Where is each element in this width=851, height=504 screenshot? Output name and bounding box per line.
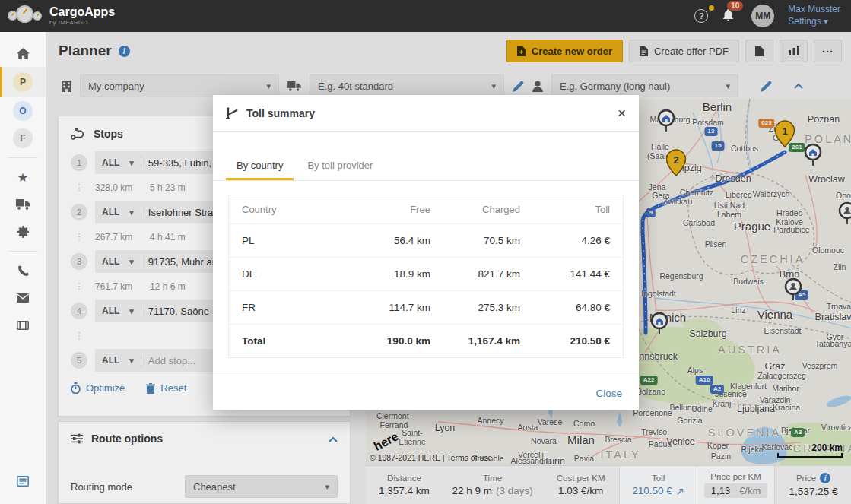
notification-dot [709,5,714,11]
toll-table: Country Free Charged Toll PL 56.4 km 70.… [228,195,624,358]
orders-workspace-badge: O [13,101,33,121]
tab-by-country[interactable]: By country [226,151,294,180]
panel-list-icon [17,476,29,487]
sidebar-item-favorites[interactable]: ★ [0,163,46,191]
sidebar-collapse-button[interactable] [0,468,46,495]
sidebar-item-home[interactable] [0,40,46,67]
home-icon [17,48,30,59]
user-menu[interactable]: Max Musster Settings ▾ [788,4,840,27]
brand-logo[interactable]: CargoApps by IMPARGO [8,4,115,28]
sidebar-divider [8,251,37,252]
sidebar-divider [8,157,37,158]
toll-summary-modal: Toll summary × By country By toll provid… [213,95,639,410]
gear-icon [17,226,29,238]
toll-table-row: PL 56.4 km 70.5 km 4.26 € [229,223,623,257]
toll-table-row: FR 114.7 km 275.3 km 64.80 € [229,290,623,324]
close-button[interactable]: Close [595,388,622,399]
sidebar-item-mail[interactable] [0,284,46,312]
truck-icon [16,199,30,210]
phone-icon [17,265,29,277]
brand-name: CargoApps [49,6,115,19]
sidebar: P O F ★ [0,32,46,504]
fleet-workspace-badge: F [13,128,33,148]
toll-tabs: By country By toll provider [213,151,639,181]
toll-barrier-icon [226,107,238,119]
user-name: Max Musster [788,4,840,16]
toll-table-total-row: Total 190.0 km 1,167.4 km 210.50 € [229,324,623,357]
avatar[interactable]: MM [751,5,774,27]
tab-by-toll-provider[interactable]: By toll provider [297,151,383,180]
help-button[interactable]: ? [694,9,708,23]
envelope-icon [17,293,29,303]
toll-table-row: DE 18.9 km 821.7 km 141.44 € [229,257,623,290]
app-root: CargoApps by IMPARGO ? 10 MM Max Musster… [0,0,851,504]
topbar: CargoApps by IMPARGO ? 10 MM Max Musster… [0,0,851,32]
question-icon: ? [694,9,708,23]
star-icon: ★ [17,170,28,185]
sidebar-item-settings[interactable] [0,218,46,246]
settings-menu-label: Settings [788,16,821,27]
notifications-button[interactable]: 10 [722,8,735,24]
notifications-count-badge: 10 [727,1,743,11]
planner-workspace-badge: P [13,72,33,92]
modal-title: Toll summary [246,107,315,119]
sidebar-item-videos[interactable] [0,312,46,339]
toll-table-header: Country Free Charged Toll [229,195,623,223]
brand-subtitle: by IMPARGO [49,19,115,26]
gauges-logo-icon [8,4,43,28]
sidebar-item-vehicles[interactable] [0,191,46,218]
sidebar-item-fleet[interactable]: F [0,125,46,152]
close-icon[interactable]: × [618,106,626,120]
sidebar-item-phone[interactable] [0,257,46,284]
film-icon [17,321,29,330]
sidebar-item-planner[interactable]: P [0,67,46,97]
sidebar-item-orders[interactable]: O [0,97,46,125]
chevron-down-icon: ▾ [824,16,828,27]
